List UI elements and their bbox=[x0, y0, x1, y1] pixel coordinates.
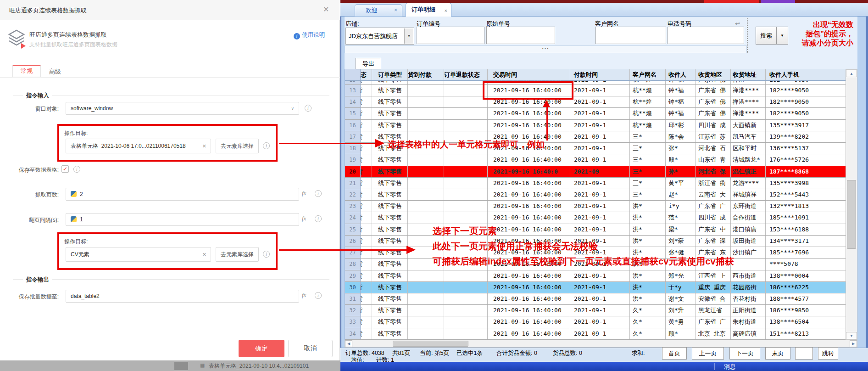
table-cell[interactable]: 洪* bbox=[630, 259, 666, 270]
table-cell[interactable]: 2021-09-16 16:40:00 bbox=[488, 96, 570, 107]
table-cell[interactable]: 货 bbox=[361, 143, 372, 154]
table-cell[interactable]: 朱村街道 bbox=[731, 316, 766, 327]
table-cell[interactable] bbox=[408, 81, 444, 84]
table-cell[interactable] bbox=[444, 224, 488, 235]
table-cell[interactable] bbox=[444, 316, 488, 327]
table-cell[interactable]: 三* bbox=[630, 143, 666, 154]
phone-input[interactable] bbox=[668, 27, 744, 44]
info-icon[interactable]: i bbox=[73, 166, 80, 173]
table-cell[interactable]: 杭**煌 bbox=[630, 120, 666, 131]
scroll-right-icon[interactable]: ▶ bbox=[850, 340, 857, 347]
table-cell[interactable]: 2021-09-16 16:40:00 bbox=[488, 143, 570, 154]
table-cell[interactable]: 三* bbox=[630, 166, 666, 177]
table-cell[interactable] bbox=[408, 305, 444, 316]
table-cell[interactable]: 25 bbox=[345, 224, 361, 235]
table-row[interactable]: 19货线下零售2021-09-16 16:40:002021-09-1三*殷*山… bbox=[345, 154, 846, 166]
table-cell[interactable] bbox=[408, 212, 444, 223]
table-cell[interactable]: 14 bbox=[345, 96, 361, 107]
table-cell[interactable]: 梁* bbox=[666, 224, 696, 235]
column-header[interactable]: 收件人 bbox=[666, 69, 696, 80]
table-cell[interactable]: 顾* bbox=[666, 328, 696, 339]
table-row[interactable]: 26货线下零售2021-09-16 16:40:002021-09-1洪*刘*豪… bbox=[345, 236, 846, 247]
table-cell[interactable]: 张* bbox=[666, 143, 696, 154]
table-cell[interactable]: 广东省 佛 bbox=[696, 81, 731, 84]
table-cell[interactable]: 陈*会 bbox=[666, 131, 696, 142]
table-cell[interactable]: 钟*福 bbox=[666, 96, 696, 107]
table-row[interactable]: 24货线下零售2021-09-16 16:40:002021-09-1洪*范*四… bbox=[345, 212, 846, 224]
table-cell[interactable]: 线下零售 bbox=[372, 96, 408, 107]
table-cell[interactable]: 广东省 中 bbox=[696, 224, 731, 235]
table-cell[interactable]: 线下零售 bbox=[372, 85, 408, 96]
scroll-down-icon[interactable]: ▼ bbox=[846, 332, 857, 339]
table-cell[interactable]: 三* bbox=[630, 189, 666, 200]
table-cell[interactable] bbox=[408, 131, 444, 142]
table-cell[interactable]: 182****9050 bbox=[766, 108, 846, 119]
scroll-left-icon[interactable]: ◀ bbox=[345, 340, 352, 347]
table-cell[interactable] bbox=[408, 108, 444, 119]
table-cell[interactable]: 线下零售 bbox=[372, 201, 408, 212]
table-cell[interactable] bbox=[444, 282, 488, 293]
table-cell[interactable] bbox=[408, 247, 444, 258]
table-cell[interactable]: 洪* bbox=[630, 270, 666, 281]
table-cell[interactable]: 34 bbox=[345, 328, 361, 339]
table-cell[interactable]: 广东省 东 bbox=[696, 247, 731, 258]
table-cell[interactable]: 2021-09-1 bbox=[570, 236, 630, 247]
table-cell[interactable]: 禅港**** bbox=[731, 108, 766, 119]
table-cell[interactable]: 洪* bbox=[630, 293, 666, 304]
table-cell[interactable]: 2021-09-1 bbox=[570, 85, 630, 96]
table-cell[interactable]: 线下零售 bbox=[372, 328, 408, 339]
table-cell[interactable]: 2021-09 bbox=[570, 166, 630, 177]
table-cell[interactable]: 凯马汽车 bbox=[731, 131, 766, 142]
table-cell[interactable]: 杭**煌 bbox=[630, 96, 666, 107]
table-cell[interactable]: 线下零售 bbox=[372, 178, 408, 189]
table-cell[interactable]: 26 bbox=[345, 236, 361, 247]
table-cell[interactable] bbox=[408, 85, 444, 96]
table-cell[interactable]: 货 bbox=[361, 293, 372, 304]
table-cell[interactable]: 线下零售 bbox=[372, 131, 408, 142]
close-icon[interactable]: × bbox=[445, 4, 447, 17]
table-cell[interactable]: 邱*彬 bbox=[666, 120, 696, 131]
table-cell[interactable]: 182****9050 bbox=[766, 85, 846, 96]
table-cell[interactable]: 线下零售 bbox=[372, 212, 408, 223]
table-cell[interactable]: 禅港**** bbox=[731, 81, 766, 84]
table-cell[interactable]: 广东省 佛 bbox=[696, 108, 731, 119]
table-cell[interactable]: 29 bbox=[345, 270, 361, 281]
column-header[interactable]: 状态 bbox=[361, 69, 372, 80]
orig-no-input[interactable] bbox=[486, 27, 555, 44]
table-cell[interactable]: 2021-09-16 16:40:00 bbox=[488, 154, 570, 165]
table-cell[interactable]: 于*y bbox=[666, 282, 696, 293]
table-cell[interactable]: 西市街道 bbox=[731, 270, 766, 281]
table-cell[interactable]: 33 bbox=[345, 316, 361, 327]
table-row[interactable]: 22货线下零售2021-09-16 16:40:002021-09-1三*赵*云… bbox=[345, 189, 846, 201]
info-icon[interactable]: i bbox=[315, 215, 322, 222]
table-cell[interactable]: 钟*福 bbox=[666, 108, 696, 119]
table-cell[interactable]: 2021-09-16 16:40:00 bbox=[488, 189, 570, 200]
table-cell[interactable]: 线下零售 bbox=[372, 305, 408, 316]
table-cell[interactable]: 货 bbox=[361, 247, 372, 258]
table-cell[interactable]: 15 bbox=[345, 108, 361, 119]
table-cell[interactable]: 线下零售 bbox=[372, 189, 408, 200]
column-header[interactable]: 订单退款状态 bbox=[444, 69, 488, 80]
column-header[interactable]: 货到付款 bbox=[408, 69, 444, 80]
table-cell[interactable]: 三* bbox=[630, 154, 666, 165]
table-cell[interactable]: 136****5137 bbox=[766, 143, 846, 154]
table-cell[interactable]: 云南省 大 bbox=[696, 189, 731, 200]
table-cell[interactable]: 13 bbox=[345, 85, 361, 96]
table-cell[interactable]: 洪* bbox=[630, 201, 666, 212]
table-cell[interactable] bbox=[444, 108, 488, 119]
table-row[interactable]: 14货线下零售2021-09-16 16:40:002021-09-1杭**煌钟… bbox=[345, 96, 846, 108]
table-cell[interactable]: 2021-09-16 16:40:00 bbox=[488, 120, 570, 131]
table-cell[interactable] bbox=[408, 328, 444, 339]
table-row[interactable]: 16货线下零售2021-09-16 16:40:002021-09-1杭**煌邱… bbox=[345, 120, 846, 131]
tab-advanced[interactable]: 高级 bbox=[41, 65, 69, 77]
table-cell[interactable]: 13 bbox=[345, 81, 361, 84]
table-cell[interactable]: 27 bbox=[345, 247, 361, 258]
table-row[interactable]: 29货线下零售2021-09-16 16:40:002021-09-1洪*郑*光… bbox=[345, 270, 846, 282]
table-cell[interactable]: 货 bbox=[361, 328, 372, 339]
last-page-button[interactable]: 末页 bbox=[765, 347, 790, 360]
table-cell[interactable]: 区和平时 bbox=[731, 143, 766, 154]
table-cell[interactable]: 线下零售 bbox=[372, 270, 408, 281]
table-cell[interactable]: 188****4577 bbox=[766, 293, 846, 304]
table-cell[interactable]: 2021-09-16 16:40:00 bbox=[488, 305, 570, 316]
table-cell[interactable]: 货 bbox=[361, 154, 372, 165]
